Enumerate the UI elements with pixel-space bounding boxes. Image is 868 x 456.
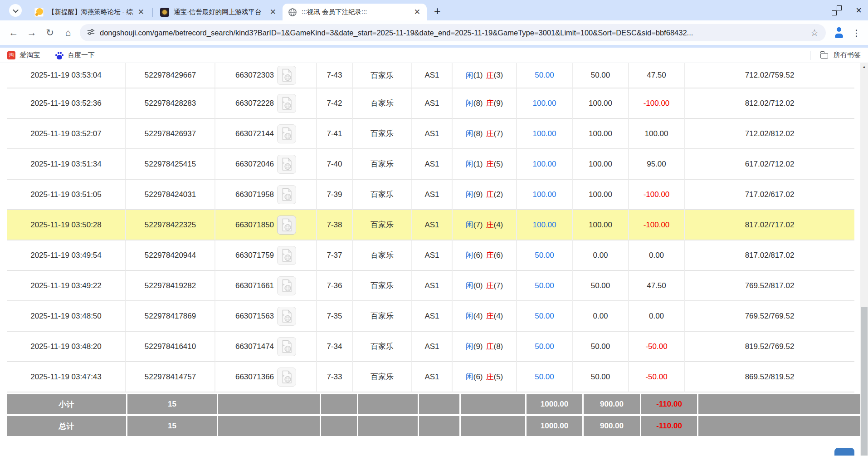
game-round-cell: 663071759 (215, 240, 317, 271)
chevron-down-icon (13, 7, 19, 13)
summary-winloss-total: -110.00 (641, 416, 697, 436)
table-number: 7-41 (317, 119, 353, 149)
new-tab-button[interactable]: + (434, 5, 441, 17)
table-row[interactable]: 2025-11-19 03:51:05 522978424031 6630719… (7, 180, 854, 210)
tab-bet-records-active[interactable]: :::视讯 会员下注纪录::: ✕ (283, 4, 427, 20)
game-round-cell: 663071563 (215, 301, 317, 332)
video-replay-button[interactable] (277, 307, 296, 326)
banker-points: (5) (494, 160, 503, 169)
menu-dots-icon[interactable]: ⋮ (852, 28, 861, 38)
table-body: 2025-11-19 03:53:04 522978429667 6630723… (7, 63, 854, 392)
valid-amount: 50.00 (573, 332, 629, 362)
summary-winloss-total: -110.00 (641, 394, 697, 414)
bet-amount-link[interactable]: 100.00 (517, 88, 573, 119)
video-replay-button[interactable] (277, 246, 296, 265)
video-replay-button[interactable] (277, 368, 296, 387)
site-settings-icon[interactable] (87, 28, 95, 38)
video-replay-button[interactable] (277, 66, 296, 85)
tab-title: 通宝-信誉最好的网上游戏平台 (174, 8, 265, 16)
reload-button[interactable]: ↻ (41, 24, 59, 42)
bet-id: 522978426937 (126, 119, 215, 149)
summary-label: 总计 (7, 416, 126, 436)
video-replay-button[interactable] (277, 185, 296, 204)
account-name: AS1 (412, 271, 453, 301)
video-replay-button[interactable] (277, 155, 296, 174)
valid-amount: 50.00 (573, 63, 629, 88)
game-round-id: 663072046 (235, 160, 274, 169)
table-row[interactable]: 2025-11-19 03:50:28 522978422325 6630718… (7, 210, 854, 240)
url-text[interactable]: dongshouji.com/game/betrecord_search/kin… (100, 29, 805, 37)
bet-id: 522978429667 (126, 63, 215, 88)
bookmark-baidu[interactable]: 百度一下 (55, 51, 95, 59)
game-round-id: 663071850 (235, 221, 274, 230)
scrollbar-up-icon[interactable]: ▲ (860, 63, 868, 71)
tab-close-icon[interactable]: ✕ (265, 8, 278, 16)
table-row[interactable]: 2025-11-19 03:51:34 522978425415 6630720… (7, 149, 854, 180)
table-number: 7-39 (317, 180, 353, 210)
table-row[interactable]: 2025-11-19 03:48:50 522978417869 6630715… (7, 301, 854, 332)
account-name: AS1 (412, 88, 453, 119)
video-replay-icon (281, 370, 293, 384)
bet-amount-link[interactable]: 50.00 (517, 63, 573, 88)
tab-tongbao[interactable]: 通宝-信誉最好的网上游戏平台 ✕ (155, 4, 283, 20)
win-loss: 0.00 (629, 301, 685, 332)
summary-valid-total: 900.00 (584, 394, 640, 414)
bet-amount-link[interactable]: 50.00 (517, 240, 573, 271)
game-result: 闲(6) 庄(6) (453, 240, 517, 271)
bookmarks-bar: 淘 爱淘宝 百度一下 所有书签 (0, 48, 868, 63)
player-points: (9) (473, 342, 483, 351)
bet-id: 522978416410 (126, 332, 215, 362)
bet-amount-link[interactable]: 100.00 (517, 210, 573, 240)
summary-row: 总计 15 1000.00 900.00 -110.00 (7, 416, 854, 436)
game-type: 百家乐 (353, 149, 412, 180)
bet-amount-link[interactable]: 100.00 (517, 149, 573, 180)
all-bookmarks-label: 所有书签 (834, 51, 861, 59)
video-replay-button[interactable] (277, 276, 296, 295)
player-label: 闲 (466, 250, 473, 260)
bet-amount-link[interactable]: 50.00 (517, 332, 573, 362)
table-row[interactable]: 2025-11-19 03:49:22 522978419282 6630716… (7, 271, 854, 301)
bet-amount-link[interactable]: 50.00 (517, 271, 573, 301)
scroll-top-button[interactable] (834, 448, 854, 456)
game-type: 百家乐 (353, 210, 412, 240)
address-bar[interactable]: dongshouji.com/game/betrecord_search/kin… (80, 24, 826, 41)
balance: 869.52/819.52 (685, 362, 854, 392)
tab-haiyan-forum[interactable]: 【新提醒】海燕策略论坛 - 综合 ✕ (29, 4, 151, 20)
player-label: 闲 (466, 98, 473, 108)
table-row[interactable]: 2025-11-19 03:49:54 522978420944 6630717… (7, 240, 854, 271)
tab-search-button[interactable] (9, 4, 22, 17)
home-button[interactable]: ⌂ (59, 24, 77, 42)
table-row[interactable]: 2025-11-19 03:53:04 522978429667 6630723… (7, 63, 854, 88)
page-scrollbar[interactable]: ▲ (860, 63, 868, 456)
bookmark-aitaobao[interactable]: 淘 爱淘宝 (7, 51, 40, 59)
bookmark-star-icon[interactable]: ☆ (810, 27, 819, 38)
bet-amount-link[interactable]: 100.00 (517, 119, 573, 149)
game-type: 百家乐 (353, 301, 412, 332)
bet-amount-link[interactable]: 50.00 (517, 301, 573, 332)
forward-button[interactable]: → (23, 24, 41, 42)
video-replay-button[interactable] (277, 124, 296, 143)
tab-close-icon[interactable]: ✕ (410, 8, 422, 16)
table-row[interactable]: 2025-11-19 03:47:43 522978414757 6630713… (7, 362, 854, 392)
tab-close-icon[interactable]: ✕ (133, 8, 146, 16)
bet-time: 2025-11-19 03:51:05 (7, 180, 126, 210)
table-row[interactable]: 2025-11-19 03:48:20 522978416410 6630714… (7, 332, 854, 362)
back-button[interactable]: ← (5, 24, 23, 42)
win-loss: 47.50 (629, 63, 685, 88)
table-row[interactable]: 2025-11-19 03:52:36 522978428283 6630722… (7, 88, 854, 119)
all-bookmarks-button[interactable]: 所有书签 (810, 51, 861, 60)
win-loss: 0.00 (629, 240, 685, 271)
banker-points: (4) (494, 221, 503, 230)
video-replay-button[interactable] (277, 94, 296, 113)
bet-amount-link[interactable]: 50.00 (517, 362, 573, 392)
scrollbar-thumb[interactable] (861, 307, 868, 456)
video-replay-button[interactable] (277, 216, 296, 235)
balance: 712.02/759.52 (685, 63, 854, 88)
bet-amount-link[interactable]: 100.00 (517, 180, 573, 210)
profile-icon[interactable] (833, 27, 845, 39)
banker-points: (7) (494, 281, 503, 290)
video-replay-button[interactable] (277, 337, 296, 356)
table-row[interactable]: 2025-11-19 03:52:07 522978426937 6630721… (7, 119, 854, 149)
valid-amount: 100.00 (573, 180, 629, 210)
window-close-button[interactable]: × (856, 5, 862, 15)
